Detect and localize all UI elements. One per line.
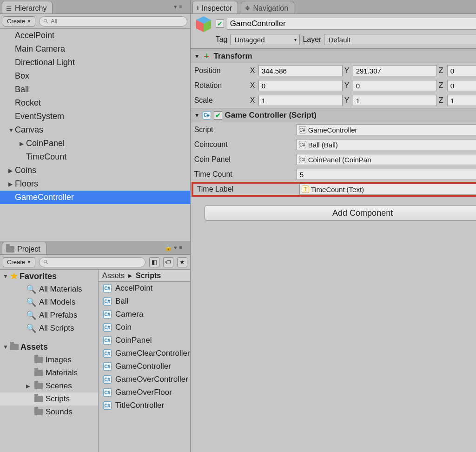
- folder-icon: [34, 357, 43, 363]
- folder-item-label: Materials: [46, 368, 78, 378]
- component-enabled-checkbox[interactable]: ✔: [214, 111, 222, 120]
- script-asset[interactable]: C#AccelPoint: [99, 282, 190, 295]
- favorite-item[interactable]: 🔍All Scripts: [0, 322, 98, 335]
- hierarchy-item[interactable]: Rocket: [0, 96, 190, 110]
- object-reference-slot[interactable]: C#GameController: [297, 124, 476, 135]
- gamecontroller-header[interactable]: ▼ C# ✔ Game Controller (Script) ▣✿⁝: [191, 108, 476, 122]
- folder-item[interactable]: Scripts: [0, 392, 98, 405]
- hierarchy-item[interactable]: ▼Canvas: [0, 123, 190, 137]
- script-asset[interactable]: C#Camera: [99, 308, 190, 321]
- project-folder-tree[interactable]: ▼ ★ Favorites 🔍All Materials🔍All Models🔍…: [0, 270, 99, 452]
- object-reference-slot[interactable]: TTimeCount (Text): [299, 184, 476, 195]
- hierarchy-search-input[interactable]: All: [39, 16, 187, 27]
- svg-line-1: [46, 21, 48, 23]
- favorite-item[interactable]: 🔍All Models: [0, 296, 98, 309]
- csharp-script-icon: C#: [103, 362, 112, 371]
- folder-item[interactable]: ▶Scenes: [0, 379, 98, 392]
- x-input[interactable]: [258, 65, 343, 76]
- info-icon: ℹ: [197, 5, 199, 12]
- script-asset[interactable]: C#Coin: [99, 321, 190, 334]
- breadcrumb-seg-1[interactable]: Scripts: [136, 272, 161, 280]
- z-input[interactable]: [447, 95, 476, 106]
- script-asset[interactable]: C#TitleController: [99, 399, 190, 412]
- favorite-item[interactable]: 🔍All Prefabs: [0, 309, 98, 322]
- csharp-script-icon: C#: [103, 297, 112, 306]
- active-checkbox[interactable]: ✔: [216, 20, 224, 28]
- filter-favorite-button[interactable]: ★: [177, 257, 187, 267]
- script-asset[interactable]: C#CoinPanel: [99, 334, 190, 347]
- x-input[interactable]: [258, 80, 343, 91]
- script-asset-label: GameClearController: [115, 349, 190, 358]
- add-component-button[interactable]: Add Component: [205, 205, 476, 221]
- hierarchy-item[interactable]: Main Camera: [0, 42, 190, 56]
- object-reference-value: Ball (Ball): [308, 141, 338, 149]
- y-input[interactable]: [353, 95, 437, 106]
- y-input[interactable]: [353, 65, 437, 76]
- csharp-script-icon: C#: [103, 388, 112, 397]
- breadcrumb[interactable]: Assets ▸ Scripts: [99, 270, 190, 282]
- script-asset[interactable]: C#Ball: [99, 295, 190, 308]
- z-input[interactable]: [447, 65, 476, 76]
- layer-dropdown[interactable]: Default: [324, 34, 476, 45]
- object-reference-slot[interactable]: C#Ball (Ball): [297, 139, 476, 150]
- script-asset[interactable]: C#GameClearController: [99, 347, 190, 360]
- z-input[interactable]: [447, 80, 476, 91]
- folder-item[interactable]: Sounds: [0, 405, 98, 419]
- navigation-tab[interactable]: ✥ Navigation: [241, 1, 294, 13]
- csharp-script-icon: C#: [103, 336, 112, 345]
- script-field-row: Coin PanelC#CoinPanel (CoinPan⊙: [191, 152, 476, 167]
- hierarchy-item[interactable]: TimeCount: [0, 150, 190, 164]
- object-reference-slot[interactable]: C#CoinPanel (CoinPan: [297, 154, 476, 165]
- hierarchy-item-label: Main Camera: [15, 44, 65, 54]
- hierarchy-item[interactable]: GameController: [0, 191, 190, 204]
- hierarchy-item[interactable]: Ball: [0, 83, 190, 96]
- filter-label-button[interactable]: 🏷: [163, 257, 173, 267]
- inspector-tab[interactable]: ℹ Inspector: [192, 1, 238, 13]
- script-asset[interactable]: C#GameController: [99, 360, 190, 373]
- filter-type-button[interactable]: ◧: [149, 257, 159, 267]
- script-asset[interactable]: C#GameOverController: [99, 373, 190, 386]
- project-create-button[interactable]: Create ▼: [3, 257, 35, 267]
- gamecontroller-title: Game Controller (Script): [225, 111, 317, 120]
- folder-item[interactable]: Materials: [0, 366, 98, 379]
- hierarchy-tab[interactable]: ☰ Hierarchy: [2, 1, 53, 13]
- hierarchy-item[interactable]: ▶CoinPanel: [0, 137, 190, 150]
- hierarchy-dock-controls[interactable]: ▾≡: [174, 3, 183, 10]
- number-input[interactable]: [297, 169, 476, 180]
- assets-header[interactable]: ▼ Assets: [0, 340, 98, 353]
- breadcrumb-seg-0[interactable]: Assets: [102, 272, 125, 280]
- favorites-header[interactable]: ▼ ★ Favorites: [0, 270, 98, 283]
- field-label: Scale: [194, 96, 248, 105]
- gameobject-cube-icon: [194, 14, 213, 33]
- script-asset[interactable]: C#GameOverFloor: [99, 386, 190, 399]
- hierarchy-item[interactable]: AccelPoint: [0, 29, 190, 42]
- folder-item-label: Sounds: [46, 407, 73, 417]
- y-input[interactable]: [353, 80, 437, 91]
- project-dock-controls[interactable]: 🔒▾≡: [165, 244, 183, 251]
- hierarchy-item-label: Directional Light: [15, 58, 75, 67]
- field-label: Script: [194, 126, 295, 134]
- layer-value: Default: [328, 36, 350, 44]
- tag-dropdown[interactable]: Untagged: [230, 34, 300, 45]
- hierarchy-item[interactable]: ▶Floors: [0, 177, 190, 191]
- project-tab[interactable]: Project: [2, 242, 46, 254]
- project-content-area[interactable]: Assets ▸ Scripts C#AccelPointC#BallC#Cam…: [99, 270, 190, 452]
- csharp-script-icon: C#: [103, 401, 112, 410]
- x-input[interactable]: [258, 95, 343, 106]
- transform-header[interactable]: ▼ Transform ▣✿⁝: [191, 49, 476, 63]
- csharp-script-icon: C#: [103, 323, 112, 332]
- folder-item[interactable]: Images: [0, 353, 98, 366]
- favorite-item-label: All Materials: [39, 285, 82, 294]
- script-asset-label: GameController: [115, 362, 171, 371]
- hierarchy-item[interactable]: Box: [0, 69, 190, 83]
- create-button[interactable]: Create ▼: [3, 16, 35, 27]
- hierarchy-item[interactable]: EventSystem: [0, 110, 190, 123]
- favorite-item[interactable]: 🔍All Materials: [0, 283, 98, 296]
- project-search-input[interactable]: [39, 257, 145, 267]
- search-icon: 🔍: [26, 297, 36, 307]
- hierarchy-item[interactable]: Directional Light: [0, 56, 190, 69]
- script-field-row: ScriptC#GameController⊙: [191, 122, 476, 137]
- hierarchy-list[interactable]: AccelPointMain CameraDirectional LightBo…: [0, 29, 190, 252]
- hierarchy-item[interactable]: ▶Coins: [0, 164, 190, 177]
- object-name-input[interactable]: [227, 18, 476, 30]
